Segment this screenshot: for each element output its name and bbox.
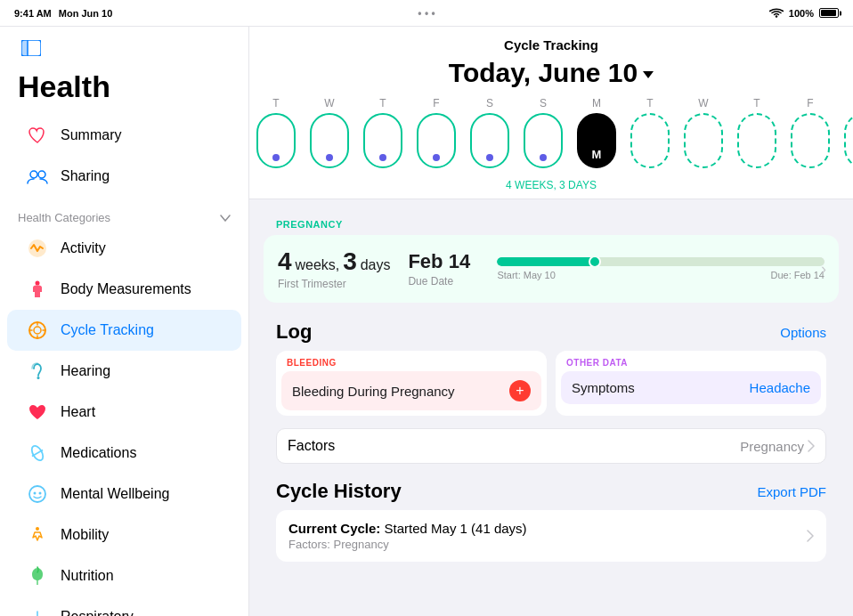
factors-row[interactable]: Factors Pregnancy	[276, 428, 826, 464]
day-col: T	[356, 97, 410, 168]
nutrition-icon	[25, 563, 50, 588]
main-header: Cycle Tracking Today, June 10 T W	[249, 27, 853, 199]
svg-point-12	[29, 486, 45, 502]
other-data-badge: OTHER DATA	[556, 351, 826, 371]
sidebar-item-sharing[interactable]: Sharing	[7, 156, 241, 197]
day-col: F	[410, 97, 463, 168]
cycle-history-header: Cycle History Export PDF	[264, 473, 839, 510]
day-col: T	[249, 97, 303, 168]
summary-label: Summary	[61, 127, 121, 143]
log-header: Log Options	[264, 313, 839, 351]
svg-point-13	[34, 492, 37, 495]
history-row[interactable]: Current Cycle: Started May 1 (41 days) F…	[276, 510, 826, 562]
log-section: Log Options BLEEDING Bleeding During Pre…	[264, 313, 839, 464]
symptoms-value: Headache	[750, 380, 810, 395]
cycle-history-section: Cycle History Export PDF Current Cycle: …	[264, 473, 839, 562]
status-date: Mon Jun 10	[59, 8, 113, 19]
pregnancy-due-date: Feb 14 Due Date	[408, 250, 479, 288]
hearing-icon	[25, 359, 50, 384]
weeks-label: 4 WEEKS, 3 DAYS	[249, 175, 853, 199]
sidebar-item-medications[interactable]: Medications	[7, 433, 241, 474]
day-col: F	[784, 97, 837, 168]
sidebar-item-cycle[interactable]: Cycle Tracking	[7, 310, 241, 351]
app-title: Health	[0, 66, 248, 115]
sidebar-item-mobility[interactable]: Mobility	[7, 515, 241, 555]
summary-icon	[25, 123, 50, 148]
main-title: Cycle Tracking	[249, 37, 853, 53]
symptoms-row-label: Symptoms	[572, 380, 635, 395]
log-options-button[interactable]: Options	[780, 325, 826, 340]
sharing-label: Sharing	[61, 168, 110, 184]
sidebar-item-heart[interactable]: Heart	[7, 392, 241, 433]
sidebar-item-mental[interactable]: Mental Wellbeing	[7, 474, 241, 515]
today-col: M M	[570, 97, 623, 168]
sidebar-item-activity[interactable]: Activity	[7, 228, 241, 269]
svg-point-3	[30, 171, 37, 178]
svg-point-14	[39, 492, 42, 495]
factors-right: Pregnancy	[740, 439, 815, 454]
sidebar-item-summary[interactable]: Summary	[7, 115, 241, 156]
export-pdf-button[interactable]: Export PDF	[757, 484, 826, 499]
heart-icon	[25, 400, 50, 425]
pregnancy-weeks: 4 weeks, 3 days First Trimester	[278, 247, 390, 290]
status-bar-center: • • •	[418, 7, 435, 20]
factors-value: Pregnancy	[740, 439, 804, 454]
sidebar-item-body[interactable]: Body Measurements	[7, 269, 241, 310]
mobility-icon	[25, 523, 50, 547]
mental-label: Mental Wellbeing	[61, 486, 169, 502]
heart-label: Heart	[61, 404, 95, 420]
svg-point-15	[36, 527, 39, 531]
log-grid: BLEEDING Bleeding During Pregnancy + OTH…	[264, 351, 839, 428]
sidebar-item-hearing[interactable]: Hearing	[7, 351, 241, 392]
status-time: 9:41 AM	[14, 8, 52, 19]
day-col: S	[463, 97, 516, 168]
sidebar-toggle-button[interactable]	[18, 37, 45, 59]
bleeding-badge: BLEEDING	[276, 351, 547, 371]
status-bar-right: 100%	[769, 8, 839, 19]
pregnancy-card[interactable]: 4 weeks, 3 days First Trimester Feb 14 D…	[264, 235, 839, 303]
sidebar-item-respiratory[interactable]: Respiratory	[7, 596, 241, 616]
add-bleeding-button[interactable]: +	[509, 380, 531, 401]
progress-start-label: Start: May 10	[497, 270, 555, 280]
status-bar-left: 9:41 AM Mon Jun 10	[14, 8, 112, 19]
app-container: Health Summary	[0, 27, 853, 616]
svg-point-9	[37, 377, 40, 379]
hearing-label: Hearing	[61, 363, 110, 379]
respiratory-label: Respiratory	[61, 609, 134, 616]
history-sub: Factors: Pregnancy	[288, 538, 807, 551]
date-heading: Today, June 10	[249, 58, 853, 88]
activity-icon	[25, 236, 50, 261]
mental-icon	[25, 482, 50, 507]
factors-chevron-icon	[808, 440, 815, 452]
battery-percentage: 100%	[789, 8, 814, 19]
chevron-down-icon	[220, 215, 231, 222]
sidebar-item-nutrition[interactable]: Nutrition	[7, 555, 241, 596]
content-area: PREGNANCY 4 weeks, 3 days First Trimeste…	[249, 199, 853, 580]
day-col: S	[516, 97, 570, 168]
svg-rect-1	[21, 40, 28, 56]
cycle-history-title: Cycle History	[276, 480, 402, 503]
cycle-label: Cycle Tracking	[61, 322, 154, 338]
ipad-frame: 9:41 AM Mon Jun 10 • • • 100%	[0, 0, 853, 616]
pregnancy-section: PREGNANCY 4 weeks, 3 days First Trimeste…	[264, 210, 839, 303]
medications-icon	[25, 441, 50, 466]
sharing-icon	[25, 164, 50, 189]
day-col: W	[303, 97, 356, 168]
day-col: S	[837, 97, 853, 168]
calendar-strip: T W T F S	[249, 97, 853, 175]
history-row-content: Current Cycle: Started May 1 (41 days) F…	[288, 521, 807, 551]
other-data-section: OTHER DATA Symptoms Headache	[556, 351, 826, 416]
history-title: Current Cycle: Started May 1 (41 days)	[288, 521, 807, 536]
medications-label: Medications	[61, 445, 136, 461]
body-icon	[25, 277, 50, 302]
bleeding-row[interactable]: Bleeding During Pregnancy +	[281, 371, 541, 410]
svg-rect-16	[37, 580, 38, 585]
symptoms-row[interactable]: Symptoms Headache	[561, 371, 821, 404]
battery-icon	[819, 8, 839, 18]
date-arrow-icon	[643, 71, 654, 78]
log-title: Log	[276, 320, 312, 344]
day-col: T	[730, 97, 784, 168]
svg-point-8	[34, 327, 41, 334]
main-content: Cycle Tracking Today, June 10 T W	[249, 27, 853, 616]
sidebar: Health Summary	[0, 27, 249, 616]
